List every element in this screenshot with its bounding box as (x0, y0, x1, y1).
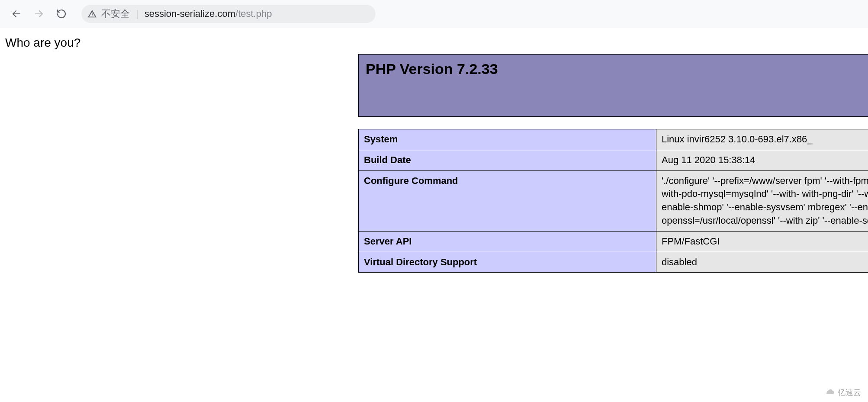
phpinfo-key: Build Date (359, 150, 656, 170)
phpinfo-value: Aug 11 2020 15:38:14 (656, 150, 868, 170)
phpinfo-value: './configure' '--prefix=/www/server fpm'… (656, 170, 868, 231)
reload-button[interactable] (53, 5, 70, 23)
phpinfo-block: PHP Version 7.2.33 System Linux invir625… (358, 54, 868, 273)
table-row: Configure Command './configure' '--prefi… (359, 170, 868, 231)
page-heading: Who are you? (5, 36, 863, 50)
page-content: Who are you? PHP Version 7.2.33 System L… (0, 28, 868, 50)
watermark-label: 亿速云 (838, 387, 861, 398)
phpinfo-value: disabled (656, 252, 868, 273)
phpinfo-table: System Linux invir6252 3.10.0-693.el7.x8… (358, 129, 868, 273)
phpinfo-value: Linux invir6252 3.10.0-693.el7.x86_ (656, 129, 868, 150)
browser-toolbar: 不安全 | session-serialize.com/test.php (0, 0, 868, 28)
phpinfo-key: System (359, 129, 656, 150)
separator: | (134, 8, 140, 19)
phpinfo-header: PHP Version 7.2.33 (358, 54, 868, 117)
table-row: System Linux invir6252 3.10.0-693.el7.x8… (359, 129, 868, 150)
phpinfo-key: Virtual Directory Support (359, 252, 656, 273)
table-row: Server API FPM/FastCGI (359, 231, 868, 252)
address-bar[interactable]: 不安全 | session-serialize.com/test.php (81, 5, 376, 23)
forward-button[interactable] (30, 5, 48, 23)
phpinfo-title: PHP Version 7.2.33 (366, 61, 868, 77)
table-row: Virtual Directory Support disabled (359, 252, 868, 273)
phpinfo-value: FPM/FastCGI (656, 231, 868, 252)
watermark: 亿速云 (820, 386, 865, 399)
table-row: Build Date Aug 11 2020 15:38:14 (359, 150, 868, 170)
warning-icon (87, 9, 97, 19)
phpinfo-key: Server API (359, 231, 656, 252)
back-button[interactable] (8, 5, 25, 23)
url-path: /test.php (235, 8, 272, 19)
insecure-label: 不安全 (101, 7, 130, 20)
url-host: session-serialize.com (145, 8, 235, 19)
cloud-icon (825, 389, 835, 396)
phpinfo-key: Configure Command (359, 170, 656, 231)
url-text: session-serialize.com/test.php (145, 8, 272, 19)
